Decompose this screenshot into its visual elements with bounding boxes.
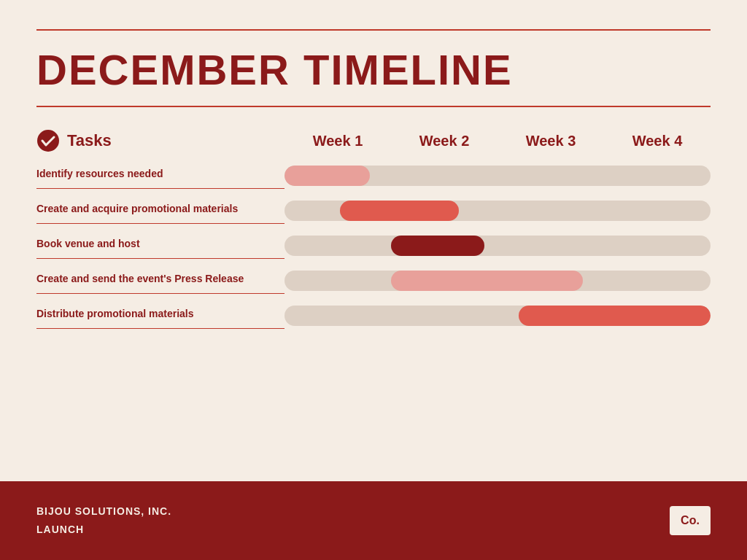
task-label-col: Book venue and host xyxy=(36,233,285,259)
bar-fill xyxy=(285,166,370,186)
table-row: Distribute promotional materials xyxy=(36,300,711,332)
top-divider xyxy=(36,29,711,31)
table-row: Create and acquire promotional materials xyxy=(36,195,711,227)
bar-col xyxy=(285,160,711,192)
bar-col xyxy=(285,300,711,332)
footer-company-info: BIJOU SOLUTIONS, INC. LAUNCH xyxy=(36,502,171,539)
table-row: Identify resources needed xyxy=(36,160,711,192)
bar-track xyxy=(285,271,711,291)
main-content: DECEMBER TIMELINE Tasks Week 1 Week 2 We… xyxy=(0,0,747,481)
bar-fill xyxy=(391,236,484,256)
task-label: Identify resources needed xyxy=(36,163,285,182)
week2-header: Week 2 xyxy=(391,133,498,149)
footer-company-name: BIJOU SOLUTIONS, INC. xyxy=(36,502,171,521)
task-label-col: Create and send the event's Press Releas… xyxy=(36,268,285,294)
tasks-column-header: Tasks xyxy=(67,131,112,150)
table-row: Create and send the event's Press Releas… xyxy=(36,265,711,297)
task-rows: Identify resources needed Create and acq… xyxy=(36,160,711,332)
bar-track xyxy=(285,166,711,186)
week1-header: Week 1 xyxy=(285,133,391,149)
timeline-header: Tasks Week 1 Week 2 Week 3 Week 4 xyxy=(36,129,711,152)
footer-project-name: LAUNCH xyxy=(36,521,171,539)
bar-col xyxy=(285,230,711,262)
bottom-divider xyxy=(36,106,711,107)
checkmark-icon xyxy=(36,129,60,152)
bar-col xyxy=(285,195,711,227)
week-headers: Week 1 Week 2 Week 3 Week 4 xyxy=(285,133,711,149)
bar-track xyxy=(285,236,711,256)
week3-header: Week 3 xyxy=(498,133,604,149)
task-label-col: Create and acquire promotional materials xyxy=(36,198,285,224)
week4-header: Week 4 xyxy=(604,133,711,149)
tasks-label-group: Tasks xyxy=(36,129,285,152)
bar-fill xyxy=(519,306,711,326)
page-title: DECEMBER TIMELINE xyxy=(36,45,711,94)
table-row: Book venue and host xyxy=(36,230,711,262)
bar-col xyxy=(285,265,711,297)
svg-point-0 xyxy=(37,130,59,152)
task-label-col: Distribute promotional materials xyxy=(36,303,285,329)
task-label: Create and send the event's Press Releas… xyxy=(36,268,285,287)
bar-track xyxy=(285,201,711,221)
bar-fill xyxy=(340,201,460,221)
bar-fill xyxy=(391,271,583,291)
bar-track xyxy=(285,306,711,326)
task-label: Distribute promotional materials xyxy=(36,303,285,322)
task-label: Book venue and host xyxy=(36,233,285,252)
footer: BIJOU SOLUTIONS, INC. LAUNCH Co. xyxy=(0,481,747,560)
task-label: Create and acquire promotional materials xyxy=(36,198,285,217)
footer-logo: Co. xyxy=(670,506,711,535)
task-label-col: Identify resources needed xyxy=(36,163,285,189)
